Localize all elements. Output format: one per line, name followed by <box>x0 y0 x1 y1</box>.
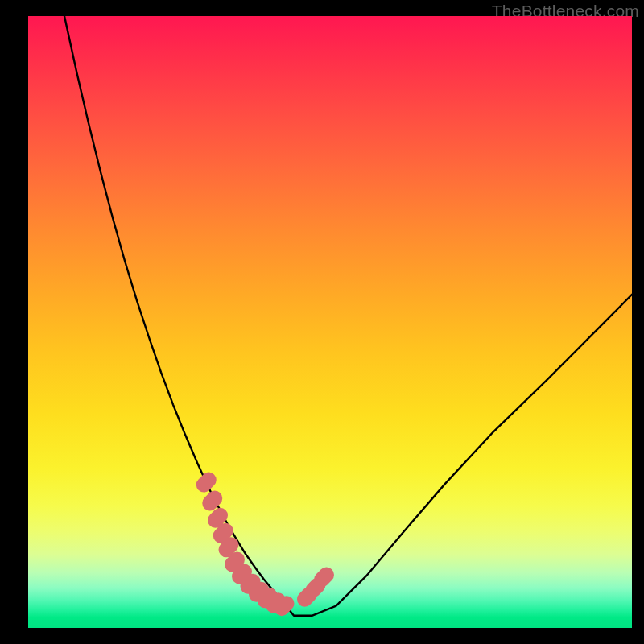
marker-segment-bottom <box>233 559 287 609</box>
bottleneck-curve <box>64 16 632 616</box>
marker-segment-left <box>204 480 231 550</box>
plot-svg <box>28 16 632 628</box>
marker-segment-right <box>305 575 327 599</box>
plot-area <box>28 16 632 628</box>
chart-stage: TheBottleneck.com <box>0 0 644 644</box>
